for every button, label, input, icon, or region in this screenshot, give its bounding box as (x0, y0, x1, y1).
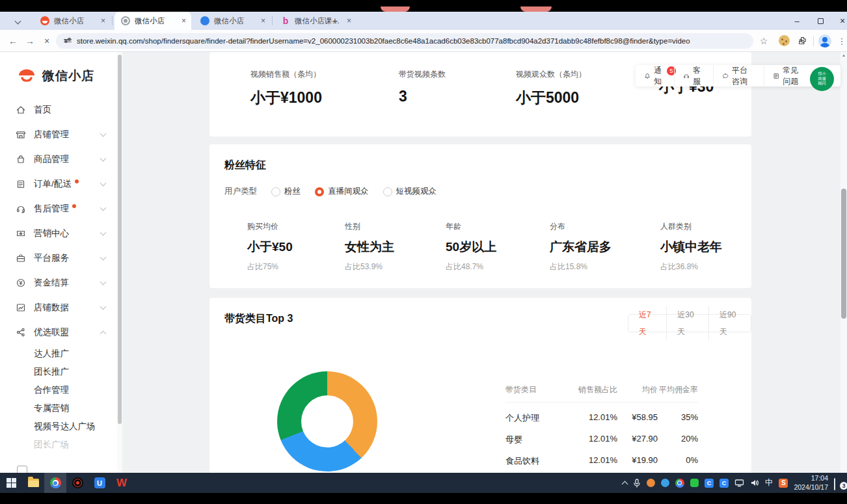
windows-taskbar: U W C C 中 S 17:04 2024/10/17 (0, 473, 847, 493)
tray-chrome-icon[interactable] (675, 479, 684, 488)
subitem-label: 达人推广 (34, 348, 69, 360)
generic-favicon (121, 16, 130, 25)
sidebar-item-marketing[interactable]: 营销中心 (0, 221, 117, 246)
fan-sub: 占比36.8% (660, 261, 722, 272)
start-button[interactable] (0, 473, 22, 493)
faq-button[interactable]: 常见问题 (764, 65, 814, 86)
scrollbar-up-arrow[interactable]: ▲ (842, 53, 846, 57)
sidebar-item-shop-mgmt[interactable]: 店铺管理 (0, 122, 117, 147)
page-scrollbar[interactable]: ▲ (840, 52, 847, 473)
browser-tab-1[interactable]: 微信小店 × (34, 12, 111, 30)
sidebar-item-alliance[interactable]: 优选联盟 (0, 320, 117, 345)
tray-app-blue-icon[interactable] (661, 479, 669, 487)
sidebar-item-orders[interactable]: 订单/配送 (0, 172, 117, 196)
tab-last-90-days[interactable]: 近90天 (708, 306, 751, 340)
col-header: 平均佣金率 (658, 384, 698, 402)
tab-close-icon[interactable]: × (101, 17, 105, 25)
radio-live-viewers[interactable]: 直播间观众 (315, 186, 369, 197)
chevron-down-icon (100, 254, 107, 261)
tab-close-icon[interactable]: × (182, 17, 186, 25)
wechat-icon[interactable] (690, 479, 699, 487)
tab-search-button[interactable] (10, 14, 25, 27)
browser-tab-3[interactable]: 微信小店 × (194, 12, 271, 30)
main-content: 视频销售额（条均） 小于¥1000 带货视频条数 3 视频观众数（条均） 小于5… (122, 52, 840, 473)
bell-icon (644, 72, 651, 81)
fan-sub: 占比48.7% (446, 261, 496, 272)
fan-stat-price: 购买均价 小于¥50 占比75% (247, 221, 293, 272)
windows-logo-icon (7, 478, 16, 488)
sidebar-subitem-cooperation[interactable]: 合作管理 (0, 381, 117, 399)
forward-icon[interactable]: → (22, 30, 38, 52)
sidebar-scrollbar-thumb[interactable] (118, 55, 122, 424)
green-assistant-badge[interactable]: 找小 商服 顾问 (810, 67, 834, 91)
volume-icon[interactable] (750, 479, 759, 487)
window-minimize-button[interactable]: – (786, 12, 808, 30)
toolbar-item-label: 平台咨询 (732, 65, 755, 87)
window-restore-button[interactable] (809, 12, 831, 30)
browser-menu-icon[interactable]: ⋮ (837, 30, 847, 52)
sidebar-item-product-mgmt[interactable]: 商品管理 (0, 147, 117, 172)
browser-tab-2-active[interactable]: 微信小店 × (114, 12, 191, 30)
address-bar[interactable]: store.weixin.qq.com/shop/findersquare/fi… (56, 33, 753, 49)
subitem-label: 团长推广 (34, 366, 69, 378)
window-close-button[interactable]: × (831, 12, 847, 30)
radio-fans[interactable]: 粉丝 (271, 186, 301, 197)
tab-last-7-days[interactable]: 近7天 (628, 306, 666, 340)
notification-center-icon[interactable]: 3 (834, 479, 844, 488)
tray-c-app-icon-1[interactable]: C (705, 479, 714, 488)
screen-recorder-button[interactable] (66, 473, 88, 493)
file-explorer-button[interactable] (22, 473, 44, 493)
tab-close-icon[interactable]: × (261, 17, 265, 25)
platform-consult-button[interactable]: 平台咨询 (713, 65, 764, 86)
stat-video-viewers: 视频观众数（条均） 小于5000 (516, 69, 586, 108)
sidebar-item-aftersale[interactable]: 售后管理 (0, 196, 117, 221)
user-type-label: 用户类型 (224, 186, 257, 197)
radio-short-video-viewers[interactable]: 短视频观众 (383, 186, 437, 197)
url-text[interactable]: store.weixin.qq.com/shop/findersquare/fi… (77, 37, 690, 45)
wps-button[interactable]: W (111, 473, 133, 493)
profile-avatar[interactable] (818, 34, 831, 47)
sidebar-item-platform-services[interactable]: 平台服务 (0, 246, 117, 271)
sogou-icon[interactable]: S (779, 479, 788, 488)
sidebar-scrollbar[interactable] (117, 52, 122, 473)
sidebar-subitem-leader-square[interactable]: 团长广场 (0, 436, 117, 454)
app-logo[interactable]: 微信小店 (17, 68, 94, 85)
date-range-tabs: 近7天 近30天 近90天 (628, 314, 751, 332)
back-icon[interactable]: ← (5, 30, 21, 52)
page-scrollbar-thumb[interactable] (841, 189, 846, 319)
browser-tab-4[interactable]: b 微信小店课件 - boardmix × (275, 12, 356, 30)
fan-value: 女性为主 (345, 239, 394, 256)
chrome-taskbar-button[interactable] (44, 473, 66, 493)
sidebar-item-funds[interactable]: 资金结算 (0, 271, 117, 295)
stat-label: 视频观众数（条均） (516, 69, 586, 80)
tab-label: 微信小店 (135, 16, 176, 26)
stop-reload-icon[interactable]: × (39, 30, 55, 52)
ime-indicator[interactable]: 中 (765, 477, 773, 488)
site-settings-icon[interactable] (64, 38, 72, 44)
extensions-puzzle-icon[interactable] (798, 36, 808, 46)
sidebar-subitem-finder-square[interactable]: 视频号达人广场 (0, 418, 117, 436)
tab-last-30-days[interactable]: 近30天 (666, 306, 708, 340)
tray-expand-chevron[interactable] (623, 479, 627, 486)
notifications-button[interactable]: 通知 5 (636, 65, 674, 86)
sidebar-subitem-daren[interactable]: 达人推广 (0, 345, 117, 363)
sidebar-item-shop-data[interactable]: 店铺数据 (0, 295, 117, 320)
microphone-icon[interactable] (633, 479, 641, 488)
radio-selected-icon (315, 187, 324, 196)
sidebar-subitem-tuanzhang[interactable]: 团长推广 (0, 363, 117, 381)
tab-close-icon[interactable]: × (347, 17, 351, 25)
extension-cookie-icon[interactable] (779, 35, 790, 46)
customer-service-button[interactable]: 客服 (674, 65, 713, 86)
taskbar-clock[interactable]: 17:04 2024/10/17 (794, 474, 828, 492)
tray-app-orange-icon[interactable] (647, 479, 655, 487)
u-app-button[interactable]: U (88, 473, 111, 493)
sidebar-item-home[interactable]: 首页 (0, 98, 117, 122)
new-tab-button[interactable]: + (329, 14, 342, 27)
network-display-icon[interactable] (734, 479, 744, 487)
tray-c-app-icon-2[interactable]: C (719, 479, 729, 488)
cell: 母婴 (505, 434, 565, 445)
sidebar-subitem-exclusive[interactable]: 专属营销 (0, 399, 117, 418)
storefront-icon (16, 129, 26, 140)
chevron-down-icon (100, 131, 107, 137)
bookmark-star-icon[interactable]: ☆ (757, 30, 771, 52)
